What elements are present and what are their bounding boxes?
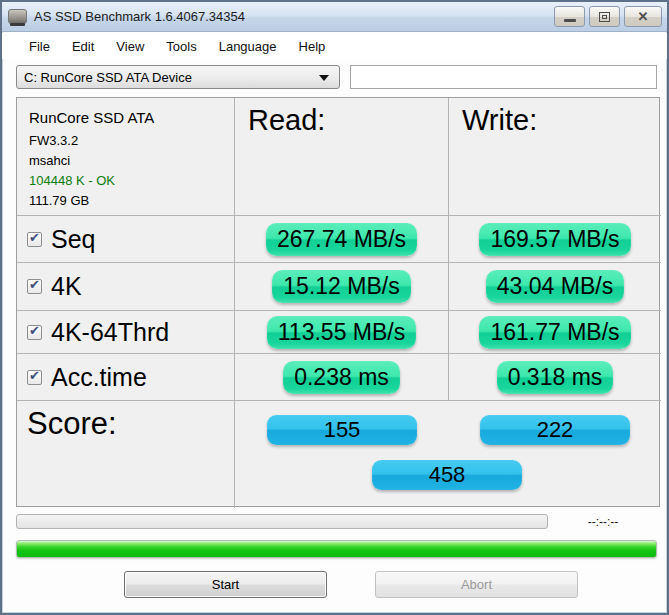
4k-read-value: 15.12 MB/s	[272, 270, 410, 303]
window-controls: ✕	[554, 6, 662, 27]
total-score-value: 458	[372, 460, 522, 490]
menu-edit[interactable]: Edit	[63, 36, 103, 57]
drive-firmware: FW3.3.2	[29, 131, 234, 151]
app-window: AS SSD Benchmark 1.6.4067.34354 ✕ File E…	[0, 0, 669, 615]
score-label-cell: Score:	[17, 401, 235, 508]
menu-help[interactable]: Help	[290, 36, 335, 57]
drive-info-panel: RunCore SSD ATA FW3.3.2 msahci 104448 K …	[17, 98, 235, 216]
read-column-header: Read:	[235, 98, 449, 216]
maximize-icon	[599, 12, 610, 22]
acctime-label: Acc.time	[51, 363, 147, 392]
4k64thrd-read-cell: 113.55 MB/s	[235, 311, 449, 354]
drive-capacity: 111.79 GB	[29, 191, 234, 211]
acctime-checkbox[interactable]	[27, 370, 42, 385]
maximize-button[interactable]	[589, 6, 620, 27]
row-4k64thrd: 4K-64Thrd	[17, 311, 235, 354]
menu-tools[interactable]: Tools	[157, 36, 205, 57]
close-icon: ✕	[638, 10, 649, 23]
elapsed-time-display: --:--:--	[568, 515, 638, 529]
window-title: AS SSD Benchmark 1.6.4067.34354	[34, 9, 245, 24]
score-label: Score:	[27, 406, 117, 441]
seq-read-value: 267.74 MB/s	[266, 223, 417, 256]
drive-alignment-status: 104448 K - OK	[29, 171, 234, 191]
score-area: 155 222 458	[235, 401, 661, 508]
drive-model: RunCore SSD ATA	[29, 109, 234, 126]
4k-checkbox[interactable]	[27, 279, 42, 294]
row-acctime: Acc.time	[17, 354, 235, 401]
acctime-write-cell: 0.318 ms	[449, 354, 661, 401]
menu-view[interactable]: View	[107, 36, 153, 57]
4k64thrd-checkbox[interactable]	[27, 325, 42, 340]
write-column-header: Write:	[449, 98, 661, 216]
menu-file[interactable]: File	[20, 36, 59, 57]
seq-label: Seq	[51, 225, 95, 254]
write-score-value: 222	[480, 415, 630, 445]
minimize-icon	[564, 19, 576, 22]
drive-selector-value: C: RunCore SSD ATA Device	[24, 70, 192, 85]
abort-button[interactable]: Abort	[375, 571, 578, 598]
benchmark-progressbar	[16, 514, 548, 529]
4k-label: 4K	[51, 272, 82, 301]
row-seq: Seq	[17, 216, 235, 263]
acctime-read-cell: 0.238 ms	[235, 354, 449, 401]
4k-write-value: 43.04 MB/s	[486, 270, 624, 303]
titlebar[interactable]: AS SSD Benchmark 1.6.4067.34354 ✕	[2, 2, 667, 32]
seq-checkbox[interactable]	[27, 232, 42, 247]
acctime-read-value: 0.238 ms	[283, 361, 400, 394]
menu-language[interactable]: Language	[210, 36, 286, 57]
4k-read-cell: 15.12 MB/s	[235, 263, 449, 311]
seq-write-value: 169.57 MB/s	[479, 223, 630, 256]
minimize-button[interactable]	[554, 6, 585, 27]
menubar: File Edit View Tools Language Help	[2, 33, 667, 59]
4k64thrd-read-value: 113.55 MB/s	[267, 316, 416, 349]
overall-progressbar	[16, 540, 657, 558]
compare-input[interactable]	[350, 65, 657, 89]
seq-write-cell: 169.57 MB/s	[449, 216, 661, 263]
4k64thrd-write-cell: 161.77 MB/s	[449, 311, 661, 354]
start-button[interactable]: Start	[124, 571, 327, 598]
row-4k: 4K	[17, 263, 235, 311]
acctime-write-value: 0.318 ms	[497, 361, 614, 394]
4k-write-cell: 43.04 MB/s	[449, 263, 661, 311]
close-button[interactable]: ✕	[624, 6, 662, 27]
drive-selector[interactable]: C: RunCore SSD ATA Device	[16, 65, 340, 89]
4k64thrd-label: 4K-64Thrd	[51, 318, 169, 347]
seq-read-cell: 267.74 MB/s	[235, 216, 449, 263]
read-score-value: 155	[267, 415, 417, 445]
app-icon	[8, 9, 27, 24]
dropdown-arrow-icon	[319, 75, 329, 81]
benchmark-table: RunCore SSD ATA FW3.3.2 msahci 104448 K …	[16, 97, 660, 507]
4k64thrd-write-value: 161.77 MB/s	[479, 316, 630, 349]
drive-driver: msahci	[29, 151, 234, 171]
